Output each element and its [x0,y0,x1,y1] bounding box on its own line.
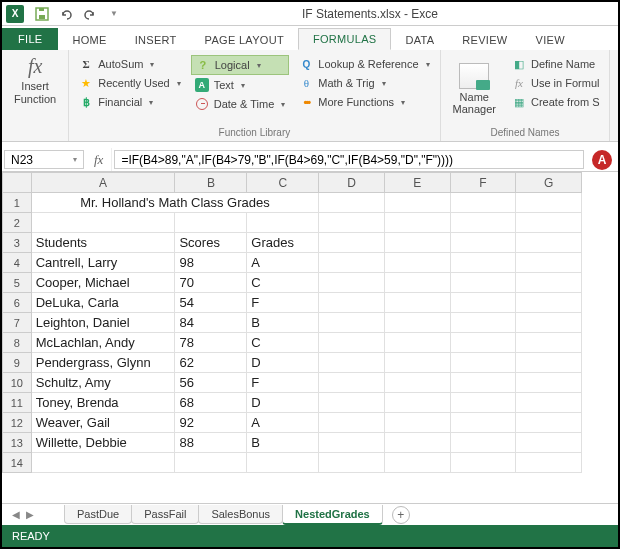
cell[interactable] [319,333,385,353]
cell[interactable] [31,453,175,473]
cell[interactable] [319,213,385,233]
sheet-tab-pastdue[interactable]: PastDue [64,505,132,524]
add-sheet-button[interactable]: + [392,506,410,524]
cell[interactable] [384,453,450,473]
spreadsheet-grid[interactable]: A B C D E F G 1 Mr. Holland's Math Class… [2,172,582,473]
cell[interactable]: B [247,313,319,333]
cell[interactable] [450,213,516,233]
math-trig-button[interactable]: θMath & Trig▾ [295,74,433,92]
cell[interactable] [450,353,516,373]
cell[interactable]: DeLuka, Carla [31,293,175,313]
cell[interactable]: 68 [175,393,247,413]
row-header[interactable]: 9 [3,353,32,373]
cell[interactable]: Cantrell, Larry [31,253,175,273]
col-header[interactable]: F [450,173,516,193]
cell[interactable] [450,233,516,253]
cell[interactable]: Toney, Brenda [31,393,175,413]
cell[interactable] [450,333,516,353]
cell[interactable] [384,393,450,413]
tab-insert[interactable]: INSERT [121,30,191,50]
cell[interactable] [319,313,385,333]
select-all-corner[interactable] [3,173,32,193]
sheet-nav-last-icon[interactable]: ▶ [26,509,34,520]
col-header[interactable]: G [516,173,582,193]
cell[interactable]: 92 [175,413,247,433]
cell[interactable]: A [247,413,319,433]
cell[interactable] [319,233,385,253]
cell[interactable] [384,333,450,353]
cell[interactable] [319,373,385,393]
cell[interactable] [450,373,516,393]
cell[interactable] [450,273,516,293]
row-header[interactable]: 8 [3,333,32,353]
cell[interactable] [319,193,385,213]
cell[interactable]: 88 [175,433,247,453]
cell[interactable] [450,453,516,473]
autosum-button[interactable]: ΣAutoSum▾ [75,55,185,73]
redo-icon[interactable] [82,6,98,22]
cell[interactable] [247,213,319,233]
cell[interactable] [450,433,516,453]
cell[interactable]: Pendergrass, Glynn [31,353,175,373]
cell[interactable] [319,453,385,473]
cell[interactable] [450,313,516,333]
col-header[interactable]: B [175,173,247,193]
row-header[interactable]: 11 [3,393,32,413]
sheet-tab-salesbonus[interactable]: SalesBonus [198,505,283,524]
row-header[interactable]: 10 [3,373,32,393]
cell[interactable] [384,273,450,293]
insert-function-button[interactable]: fx Insert Function [8,53,62,108]
use-in-formula-button[interactable]: fxUse in Formul [508,74,603,92]
sheet-tab-passfail[interactable]: PassFail [131,505,199,524]
text-button[interactable]: AText▾ [191,76,290,94]
tab-home[interactable]: HOME [58,30,120,50]
logical-button[interactable]: ?Logical▾ [191,55,290,75]
cell[interactable]: Leighton, Daniel [31,313,175,333]
cell[interactable]: Schultz, Amy [31,373,175,393]
cell[interactable]: 98 [175,253,247,273]
cell[interactable]: 62 [175,353,247,373]
name-box[interactable]: N23 ▾ [4,150,84,169]
qat-customize-icon[interactable]: ▼ [106,6,122,22]
cell[interactable] [319,353,385,373]
cell[interactable]: 70 [175,273,247,293]
cell[interactable] [516,413,582,433]
cell[interactable] [384,373,450,393]
cell[interactable]: Cooper, Michael [31,273,175,293]
tab-view[interactable]: VIEW [522,30,579,50]
row-header[interactable]: 4 [3,253,32,273]
cell[interactable] [516,293,582,313]
row-header[interactable]: 3 [3,233,32,253]
col-header[interactable]: A [31,173,175,193]
cell[interactable] [450,413,516,433]
cell[interactable] [516,273,582,293]
cell[interactable] [247,453,319,473]
cell[interactable]: 54 [175,293,247,313]
row-header[interactable]: 2 [3,213,32,233]
cell[interactable] [175,453,247,473]
cell[interactable] [384,293,450,313]
cell[interactable] [516,453,582,473]
cell[interactable]: Students [31,233,175,253]
cell[interactable]: McLachlan, Andy [31,333,175,353]
cell[interactable] [516,433,582,453]
cell[interactable] [384,233,450,253]
cell[interactable]: Mr. Holland's Math Class Grades [31,193,318,213]
cell[interactable] [516,393,582,413]
cell[interactable] [516,193,582,213]
cell[interactable]: F [247,293,319,313]
cell[interactable]: Scores [175,233,247,253]
col-header[interactable]: E [384,173,450,193]
cell[interactable] [450,293,516,313]
cell[interactable]: C [247,273,319,293]
cell[interactable] [319,273,385,293]
fx-button[interactable]: fx [86,148,112,171]
cell[interactable] [450,253,516,273]
row-header[interactable]: 5 [3,273,32,293]
name-manager-button[interactable]: Name Manager [447,53,502,125]
tab-page-layout[interactable]: PAGE LAYOUT [191,30,298,50]
formula-bar-input[interactable]: =IF(B4>89,"A",IF(B4>79,"B",IF(B4>69,"C",… [114,150,584,169]
cell[interactable] [384,213,450,233]
cell[interactable]: C [247,333,319,353]
lookup-button[interactable]: QLookup & Reference▾ [295,55,433,73]
